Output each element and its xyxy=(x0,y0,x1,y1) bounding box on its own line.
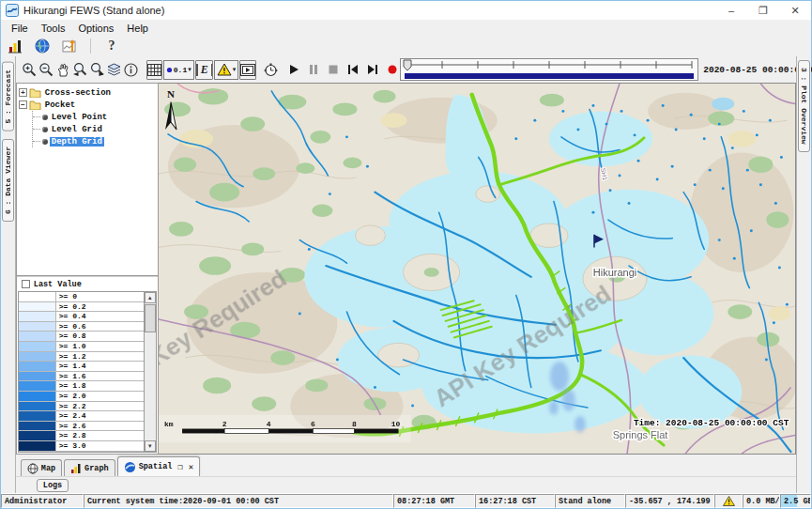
tree-node-label: Level Point xyxy=(50,113,109,122)
current-time-label: 2020-08-25 00:00:00 CST xyxy=(699,65,812,75)
legend-swatch xyxy=(19,362,56,371)
legend-label: >= 2.2 xyxy=(56,402,144,411)
legend-row[interactable]: >= 0.6 xyxy=(19,322,144,332)
legend-row[interactable]: >= 1.8 xyxy=(19,381,144,392)
status-memory: 2.5 GB xyxy=(780,494,811,508)
expand-icon[interactable]: + xyxy=(19,88,27,97)
help-button[interactable]: ? xyxy=(102,37,121,55)
bar-chart-icon xyxy=(8,39,23,54)
zoom-previous-button[interactable] xyxy=(72,60,88,80)
info-icon xyxy=(123,62,139,78)
classification-dropdown[interactable]: 0.1 ▾ xyxy=(163,60,194,80)
menu-file[interactable]: File xyxy=(6,22,34,35)
pause-button[interactable] xyxy=(307,60,320,80)
tree-node-level-grid[interactable]: Level Grid xyxy=(33,123,156,135)
map-canvas[interactable]: API Key Required API Key Required Hikura… xyxy=(159,83,796,455)
maximize-button[interactable]: ❐ xyxy=(747,1,779,20)
collapse-icon[interactable]: − xyxy=(19,100,27,109)
legend-row[interactable]: >= 3.0 xyxy=(19,441,144,452)
map-panel-button[interactable] xyxy=(33,37,52,55)
zoom-in-button[interactable] xyxy=(22,60,38,80)
folder-icon xyxy=(29,87,41,98)
scroll-up-icon[interactable]: ▲ xyxy=(145,292,156,303)
tree-node-depth-grid[interactable]: Depth Grid xyxy=(33,135,156,147)
last-value-label: Last Value xyxy=(34,280,82,289)
logs-button[interactable]: Logs xyxy=(37,479,69,492)
tab-spatial[interactable]: Spatial ❐ ✕ xyxy=(117,456,201,476)
legend-row[interactable]: >= 2.6 xyxy=(19,422,144,432)
logs-panel-button[interactable] xyxy=(6,37,24,55)
time-navigator-button[interactable] xyxy=(263,60,279,80)
slider-thumb[interactable] xyxy=(404,60,411,70)
node-bullet-icon xyxy=(42,127,48,132)
legend-row[interactable]: >= 0.2 xyxy=(19,302,144,313)
zoom-next-button[interactable] xyxy=(89,60,105,80)
scale-button[interactable]: E xyxy=(195,60,213,80)
legend-row[interactable]: >= 2.2 xyxy=(19,402,144,412)
close-button[interactable]: ✕ xyxy=(779,1,811,20)
pan-button[interactable] xyxy=(55,60,71,80)
legend-row[interactable]: >= 1.4 xyxy=(19,362,144,372)
zoom-out-icon xyxy=(38,62,54,78)
minimize-button[interactable]: – xyxy=(715,1,747,20)
last-value-checkbox[interactable] xyxy=(22,280,30,288)
record-button[interactable] xyxy=(386,60,399,80)
legend-row[interactable]: >= 1.0 xyxy=(19,342,144,352)
layer-tree: + Cross-section − Pocket Lev xyxy=(17,84,158,276)
menu-tools[interactable]: Tools xyxy=(36,22,71,35)
grid-display-button[interactable] xyxy=(146,60,162,80)
legend-row[interactable]: >= 0 xyxy=(19,292,144,302)
animation-button[interactable] xyxy=(239,60,256,80)
grid-icon xyxy=(147,64,161,76)
step-back-icon xyxy=(346,63,360,76)
menu-options[interactable]: Options xyxy=(72,22,119,35)
stop-button[interactable] xyxy=(327,60,340,80)
pause-icon xyxy=(307,63,320,76)
legend-swatch xyxy=(19,302,56,312)
status-user: Administrator xyxy=(1,494,84,508)
tree-node-label: Cross-section xyxy=(43,88,113,98)
tree-node-cross-section[interactable]: + Cross-section xyxy=(19,86,156,99)
info-button[interactable] xyxy=(123,60,139,80)
step-back-button[interactable] xyxy=(346,60,360,80)
layers-button[interactable] xyxy=(106,60,122,80)
step-forward-button[interactable] xyxy=(366,60,379,80)
panel-close-icon[interactable]: ✕ xyxy=(189,462,193,472)
tree-node-pocket[interactable]: − Pocket xyxy=(19,99,156,111)
svg-text:2: 2 xyxy=(222,420,227,428)
legend-row[interactable]: >= 1.6 xyxy=(19,372,144,382)
legend-row[interactable]: >= 1.2 xyxy=(19,352,144,362)
warning-icon xyxy=(217,63,232,76)
scroll-down-icon[interactable]: ▼ xyxy=(145,440,156,452)
town-label-springs-flat: Springs Flat xyxy=(612,429,667,440)
legend-row[interactable]: >= 2.8 xyxy=(19,431,144,441)
legend-swatch xyxy=(19,431,56,440)
legend-swatch xyxy=(19,411,56,421)
play-button[interactable] xyxy=(287,60,300,80)
menu-help[interactable]: Help xyxy=(121,22,154,35)
legend-row[interactable]: >= 0.4 xyxy=(19,312,144,322)
legend-swatch xyxy=(19,352,56,362)
tree-node-level-point[interactable]: Level Point xyxy=(33,111,156,123)
status-local-time: 16:27:18 CST xyxy=(475,494,555,508)
legend-row[interactable]: >= 2.0 xyxy=(19,392,144,402)
tab-data-viewer[interactable]: 6 : Data Viewer xyxy=(2,139,14,222)
map-time-label: Time: 2020-08-25 00:00:00 CST xyxy=(634,418,789,428)
tab-forecast[interactable]: 5 : Forecast xyxy=(2,62,14,131)
time-slider[interactable] xyxy=(400,58,698,81)
spatial-chart-icon xyxy=(62,39,77,54)
legend-row[interactable]: >= 0.8 xyxy=(19,332,144,342)
legend-row[interactable]: >= 2.4 xyxy=(19,411,144,422)
warnings-dropdown[interactable]: ▾ xyxy=(214,60,239,80)
tab-graph[interactable]: Graph xyxy=(64,459,115,476)
panel-maximize-icon[interactable]: ❐ xyxy=(177,462,182,472)
scrollbar-thumb[interactable] xyxy=(145,304,156,332)
legend-scrollbar[interactable]: ▲ ▼ xyxy=(144,292,156,452)
spatial-tab-globe-icon xyxy=(124,461,136,473)
zoom-out-button[interactable] xyxy=(38,60,54,80)
tab-map[interactable]: Map xyxy=(21,459,62,476)
node-bullet-icon xyxy=(42,139,48,145)
spatial-display-button[interactable] xyxy=(60,37,79,55)
tab-plot-overview[interactable]: 3 : Plot Overview xyxy=(798,60,810,152)
legend-label: >= 1.0 xyxy=(56,342,144,351)
